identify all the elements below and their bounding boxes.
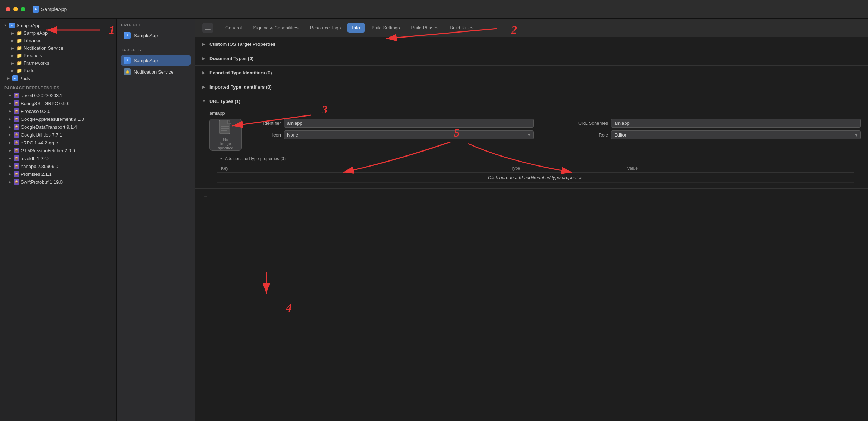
section-url-types-header[interactable]: ▼ URL Types (1) [195, 94, 868, 108]
tab-build-rules[interactable]: Build Rules [445, 23, 478, 33]
tab-build-phases[interactable]: Build Phases [406, 23, 443, 33]
pkg-googleutilities[interactable]: ▶ 📦 GoogleUtilities 7.7.1 [0, 131, 116, 139]
pkg-promises[interactable]: ▶ 📦 Promises 2.1.1 [0, 170, 116, 178]
sidebar-item-products[interactable]: ▶ 📁 Products [0, 52, 116, 59]
props-empty-row: Click here to add additional url type pr… [217, 173, 854, 183]
pkg-icon-gdt: 📦 [14, 124, 19, 130]
icon-select-chevron: ▾ [528, 132, 531, 138]
icon-label: Icon [249, 132, 281, 138]
identifier-field[interactable]: amiapp [284, 119, 534, 128]
minimize-button[interactable] [13, 7, 18, 11]
pkg-nanopb[interactable]: ▶ 📦 nanopb 2.30909.0 [0, 162, 116, 170]
content-scroll[interactable]: ▶ Custom iOS Target Properties ▶ Documen… [195, 37, 868, 421]
pkg-icon-firebase: 📦 [14, 108, 19, 114]
tab-bar: General Signing & Capabilities Resource … [195, 19, 868, 37]
section-imported-header[interactable]: ▶ Imported Type Identifiers (0) [195, 80, 868, 94]
icon-select[interactable]: None ▾ [284, 130, 534, 139]
pkg-googledatatransport[interactable]: ▶ 📦 GoogleDataTransport 9.1.4 [0, 123, 116, 131]
add-props-disclosure: ▼ [220, 157, 223, 160]
content-area: General Signing & Capabilities Resource … [195, 19, 868, 421]
pkg-icon-leveldb: 📦 [14, 155, 19, 161]
disc-2: ▶ [10, 39, 15, 43]
maximize-button[interactable] [21, 7, 25, 11]
pkg-icon-boringssl: 📦 [14, 100, 19, 106]
sidebar-item-pods-folder[interactable]: ▶ 📁 Pods [0, 67, 116, 74]
sidebar-item-sampleapp-root[interactable]: ▼ A SampleApp [0, 21, 116, 29]
disclosure-custom-ios: ▶ [202, 42, 207, 46]
tab-general[interactable]: General [220, 23, 247, 33]
project-label: PROJECT [121, 23, 191, 27]
click-to-add-label[interactable]: Click here to add additional url type pr… [217, 173, 854, 183]
tab-build-settings[interactable]: Build Settings [366, 23, 405, 33]
disc-4: ▶ [10, 54, 15, 58]
project-sampleapp-icon: A [124, 32, 131, 39]
sampleapp-icon: A [9, 23, 15, 28]
disc-7: ▶ [6, 76, 11, 80]
sidebar-item-libraries[interactable]: ▶ 📁 Libraries [0, 37, 116, 44]
add-props-header[interactable]: ▼ Additional url type properties (0) [217, 154, 854, 163]
titlebar: A SampleApp [0, 0, 868, 19]
url-fields-row1: Identifier amiapp URL Schemes amiapp [249, 119, 861, 128]
section-custom-ios-header[interactable]: ▶ Custom iOS Target Properties [195, 37, 868, 51]
pkg-swiftprotobuf[interactable]: ▶ 📦 SwiftProtobuf 1.19.0 [0, 178, 116, 186]
disclosure-sampleapp: ▼ [3, 24, 8, 27]
image-specified-label: specified [218, 146, 233, 150]
pkg-firebase[interactable]: ▶ 📦 Firebase 9.2.0 [0, 107, 116, 115]
pkg-googleappmeasurement[interactable]: ▶ 📦 GoogleAppMeasurement 9.1.0 [0, 115, 116, 123]
target-sampleapp[interactable]: A SampleApp [121, 55, 191, 66]
svg-rect-2 [205, 29, 211, 30]
section-exported-types: ▶ Exported Type Identifiers (0) [195, 66, 868, 80]
sidebar-item-frameworks[interactable]: ▶ 📁 Frameworks [0, 59, 116, 67]
disc-3: ▶ [10, 46, 15, 50]
project-item-sampleapp[interactable]: A SampleApp [121, 30, 191, 41]
target-notification-service[interactable]: 🔔 Notification Service [121, 66, 191, 77]
pkg-icon-nanopb: 📦 [14, 163, 19, 169]
sidebar-item-pods-app[interactable]: ▶ P Pods [0, 74, 116, 82]
image-image-label: image [220, 142, 231, 146]
file-navigator: ▼ A SampleApp ▶ 📁 SampleApp ▶ 📁 Librarie… [0, 19, 117, 421]
url-fields-group: Identifier amiapp URL Schemes amiapp Ico… [249, 119, 861, 139]
url-image-placeholder: No image specified [209, 119, 242, 151]
additional-props-section: ▼ Additional url type properties (0) Key… [217, 154, 854, 183]
url-item-label: amiapp [202, 108, 861, 119]
url-schemes-field[interactable]: amiapp [611, 119, 861, 128]
url-fields-row2: Icon None ▾ Role Editor ▾ [249, 130, 861, 139]
pkg-icon-swiftpb: 📦 [14, 179, 19, 185]
target-sampleapp-icon: A [124, 57, 131, 64]
sidebar-item-notification-service[interactable]: ▶ 📁 Notification Service [0, 44, 116, 52]
plus-row: + [195, 189, 868, 203]
role-select[interactable]: Editor ▾ [611, 130, 861, 139]
sidebar-toggle-button[interactable] [202, 23, 213, 33]
pkg-icon-gam: 📦 [14, 116, 19, 122]
pods-app-icon: P [12, 75, 18, 81]
disc-5: ▶ [10, 61, 15, 65]
pkg-icon-gu: 📦 [14, 132, 19, 138]
traffic-lights [6, 7, 25, 11]
pkg-grpc[interactable]: ▶ 📦 gRPC 1.44.2-grpc [0, 139, 116, 147]
tab-resource-tags[interactable]: Resource Tags [305, 23, 346, 33]
sidebar-item-sampleapp[interactable]: ▶ 📁 SampleApp [0, 29, 116, 37]
target-notif-icon: 🔔 [124, 68, 131, 75]
section-doc-types-header[interactable]: ▶ Document Types (0) [195, 51, 868, 65]
url-schemes-label: URL Schemes [537, 120, 608, 126]
disclosure-url-types: ▼ [202, 99, 207, 103]
package-deps-header: Package Dependencies [0, 82, 116, 91]
add-url-type-button[interactable]: + [202, 193, 209, 200]
disclosure-doc-types: ▶ [202, 56, 207, 60]
section-exported-header[interactable]: ▶ Exported Type Identifiers (0) [195, 66, 868, 80]
pkg-leveldb[interactable]: ▶ 📦 leveldb 1.22.2 [0, 154, 116, 162]
section-url-types: ▼ URL Types (1) amiapp [195, 94, 868, 189]
pkg-icon-promises: 📦 [14, 171, 19, 177]
disc-1: ▶ [10, 31, 15, 35]
svg-rect-1 [205, 28, 211, 28]
pkg-boringssl[interactable]: ▶ 📦 BoringSSL-GRPC 0.9.0 [0, 99, 116, 107]
disclosure-exported: ▶ [202, 71, 207, 75]
tab-signing[interactable]: Signing & Capabilities [248, 23, 303, 33]
url-item-body: No image specified Identifier amiapp URL… [209, 119, 861, 151]
close-button[interactable] [6, 7, 10, 11]
svg-rect-0 [205, 26, 211, 26]
tab-info[interactable]: Info [347, 23, 365, 33]
role-select-chevron: ▾ [855, 132, 858, 138]
pkg-gtmsessionfetcher[interactable]: ▶ 📦 GTMSessionFetcher 2.0.0 [0, 147, 116, 154]
pkg-abseil[interactable]: ▶ 📦 abseil 0.20220203.1 [0, 91, 116, 99]
